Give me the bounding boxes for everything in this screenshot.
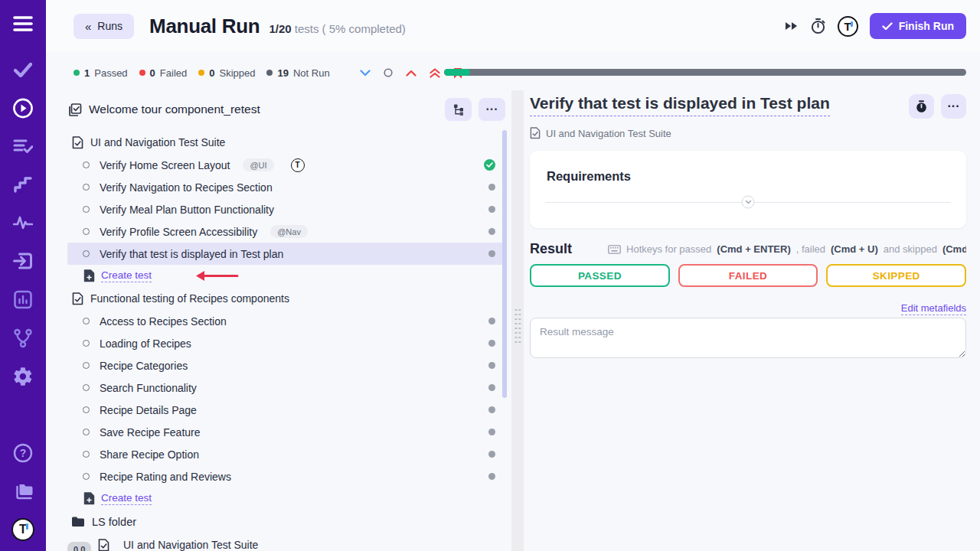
requirements-card: Requirements (530, 151, 966, 228)
doc-plus-icon (83, 492, 95, 505)
app-logo[interactable]: T (11, 518, 34, 541)
status-notrun-icon (488, 384, 495, 391)
suite-label: UI and Navigation Test Suite (90, 136, 225, 148)
test-tag: @Nav (270, 225, 308, 238)
detail-suite-breadcrumb[interactable]: UI and Navigation Test Suite (546, 128, 671, 139)
test-row[interactable]: Recipe Rating and Reviews (67, 465, 505, 487)
chevron-down-icon[interactable] (360, 70, 371, 77)
test-bullet-icon (83, 384, 90, 391)
test-row[interactable]: Verify Navigation to Recipes Section (67, 176, 505, 198)
test-bullet-icon (83, 362, 90, 369)
chevron-up-icon[interactable] (406, 70, 416, 77)
folder-row[interactable]: LS folder (67, 510, 505, 533)
help-icon[interactable]: ? (13, 443, 33, 463)
status-passed-icon (484, 159, 495, 171)
test-row[interactable]: Search Functionality (67, 377, 505, 399)
account-logo[interactable]: T (838, 16, 858, 37)
result-heading: Result (530, 241, 572, 257)
test-row[interactable]: Share Recipe Option (67, 443, 505, 465)
hotkeys-hint: Hotkeys for passed (Cmd + ENTER) , faile… (608, 243, 966, 255)
test-row[interactable]: Recipe Details Page (67, 399, 505, 421)
mark-skipped-button[interactable]: SKIPPED (826, 264, 966, 287)
test-row[interactable]: Save Recipe Feature (67, 421, 505, 443)
status-notrun-icon (488, 250, 495, 257)
settings-icon[interactable] (12, 366, 34, 387)
run-progress-suffix: tests ( 5% completed) (295, 22, 406, 35)
panel-resize-divider[interactable] (511, 90, 524, 551)
test-label: Recipe Rating and Reviews (100, 471, 231, 483)
create-test-link[interactable]: Create test (101, 492, 152, 505)
run-play-icon[interactable] (13, 98, 34, 119)
result-message-input[interactable] (530, 318, 966, 358)
suite-doc-icon (72, 292, 83, 305)
activity-icon[interactable] (13, 215, 33, 230)
stat-skipped: 0Skipped (198, 67, 255, 79)
test-bullet-icon (83, 184, 90, 191)
test-row[interactable]: Loading of Recipes (67, 332, 505, 354)
test-label: Recipe Categories (100, 360, 188, 372)
check-icon[interactable] (14, 62, 32, 77)
test-detail-title[interactable]: Verify that test is displayed in Test pl… (530, 94, 830, 116)
suite-row[interactable]: Functional testing of Recipes components (67, 287, 505, 310)
sign-in-icon[interactable] (13, 251, 34, 271)
fast-forward-icon[interactable] (784, 21, 799, 31)
create-test-link[interactable]: Create test (101, 269, 152, 282)
double-chevron-up-icon[interactable] (430, 68, 440, 78)
test-row[interactable]: Verify Profile Screen Accessibility @Nav (67, 220, 505, 243)
folders-icon[interactable] (13, 482, 34, 500)
top-bar: « Runs Manual Run 1/20 tests ( 5% comple… (46, 0, 980, 52)
test-row[interactable]: Recipe Categories (67, 354, 505, 377)
finish-run-button[interactable]: Finish Run (870, 13, 966, 39)
run-checklist-icon (67, 103, 82, 117)
run-more-button[interactable]: ··· (479, 98, 505, 121)
tree-view-button[interactable] (445, 98, 472, 121)
test-tag: @UI (243, 158, 273, 171)
run-progress-summary: 1/20 tests ( 5% completed) (269, 22, 405, 35)
test-label: Access to Recipes Section (100, 315, 227, 328)
timer-icon[interactable] (810, 18, 826, 34)
suite-doc-icon (530, 127, 541, 139)
back-to-runs-button[interactable]: « Runs (74, 14, 134, 39)
test-row-selected[interactable]: Verify that test is displayed in Test pl… (67, 243, 505, 265)
requirements-heading: Requirements (547, 169, 631, 184)
doc-plus-icon (83, 269, 95, 282)
drag-handle-icon (514, 308, 521, 344)
run-progress-fraction: 1/20 (269, 22, 291, 35)
test-row[interactable]: Verify Home Screen Layout @UI T (67, 154, 505, 176)
mark-passed-button[interactable]: PASSED (530, 264, 670, 287)
test-label: Save Recipe Feature (100, 426, 201, 439)
tree-scrollbar[interactable] (502, 130, 507, 398)
mark-failed-button[interactable]: FAILED (678, 264, 818, 287)
stat-failed: 0Failed (139, 67, 188, 79)
detail-more-button[interactable]: ··· (941, 94, 966, 119)
stat-passed: 1Passed (74, 67, 128, 79)
chevrons-left-icon: « (85, 20, 91, 33)
circle-outline-icon[interactable] (384, 68, 393, 77)
status-notrun-icon (488, 406, 495, 413)
stat-notrun: 19Not Run (266, 67, 329, 79)
suite-row[interactable]: 0.0 UI and Navigation Test Suite (67, 533, 505, 551)
suite-doc-icon (72, 136, 83, 149)
suite-row[interactable]: UI and Navigation Test Suite (67, 131, 505, 154)
test-row[interactable]: Verify Meal Plan Button Functionality (67, 198, 505, 220)
test-label: Verify Meal Plan Button Functionality (100, 204, 274, 216)
bar-chart-icon[interactable] (14, 290, 33, 309)
requirements-expand-button[interactable] (742, 196, 755, 209)
test-row[interactable]: Access to Recipes Section (67, 310, 505, 332)
test-label: Verify that test is displayed in Test pl… (100, 248, 283, 260)
steps-icon[interactable] (14, 176, 32, 193)
back-to-runs-label: Runs (97, 20, 122, 32)
detail-timer-button[interactable] (909, 94, 934, 119)
svg-text:?: ? (20, 447, 27, 459)
test-label: Verify Navigation to Recipes Section (100, 181, 273, 194)
finish-run-label: Finish Run (899, 20, 954, 32)
test-label: Verify Profile Screen Accessibility (100, 226, 257, 238)
checklist-icon[interactable] (13, 138, 33, 155)
edit-metafields-link[interactable]: Edit metafields (901, 302, 966, 315)
test-label: Search Functionality (100, 382, 197, 394)
branch-icon[interactable] (14, 328, 33, 348)
automation-logo-icon: T (291, 158, 305, 172)
test-label: Share Recipe Option (100, 448, 199, 461)
suite-doc-icon (98, 539, 109, 551)
menu-icon[interactable] (13, 15, 33, 32)
